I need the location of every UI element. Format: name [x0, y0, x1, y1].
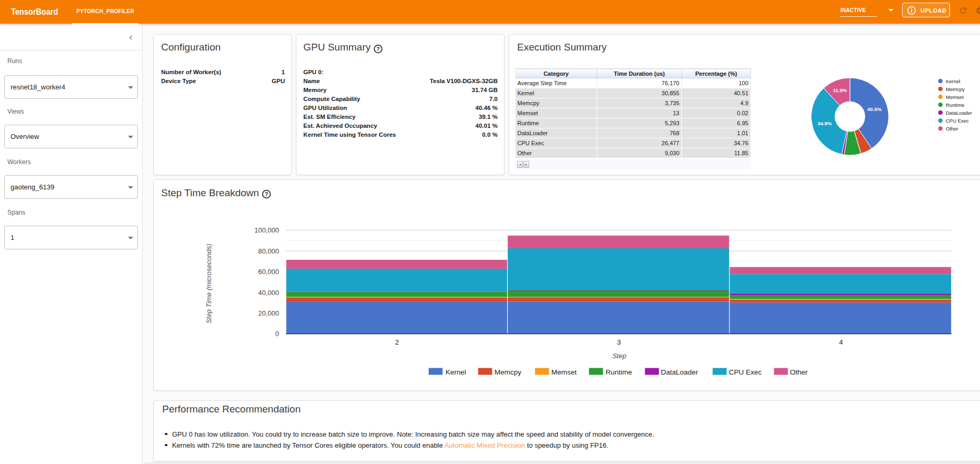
svg-text:?: ? [265, 191, 268, 197]
svg-text:CPU Exec: CPU Exec [946, 118, 969, 124]
svg-text:Step: Step [612, 352, 627, 360]
svg-text:?: ? [377, 46, 380, 52]
svg-text:4: 4 [839, 338, 843, 346]
svg-text:Memset: Memset [551, 368, 577, 376]
svg-text:Memcpy: Memcpy [946, 86, 965, 92]
svg-text:Kernel: Kernel [946, 78, 960, 84]
svg-text:60,000: 60,000 [258, 268, 279, 276]
svg-text:34.8%: 34.8% [817, 120, 832, 126]
svg-text:Kernel: Kernel [446, 368, 466, 376]
svg-text:Memcpy: Memcpy [494, 368, 521, 376]
svg-text:40,000: 40,000 [258, 289, 279, 297]
svg-text:DataLoader: DataLoader [946, 110, 972, 116]
svg-text:Other: Other [946, 126, 958, 132]
svg-text:Runtime: Runtime [606, 368, 632, 376]
svg-text:Runtime: Runtime [946, 102, 964, 108]
svg-text:80,000: 80,000 [258, 247, 279, 255]
svg-text:100,000: 100,000 [254, 226, 279, 234]
svg-text:3: 3 [617, 338, 621, 346]
svg-text:Step Time (microseconds): Step Time (microseconds) [205, 244, 213, 324]
svg-text:CPU Exec: CPU Exec [729, 368, 762, 376]
svg-text:11.9%: 11.9% [833, 87, 847, 93]
svg-text:DataLoader: DataLoader [661, 368, 698, 376]
svg-text:Memset: Memset [946, 94, 964, 100]
svg-text:0: 0 [275, 330, 279, 338]
svg-text:40.5%: 40.5% [867, 106, 882, 112]
svg-text:Other: Other [790, 368, 808, 376]
svg-text:2: 2 [395, 338, 399, 346]
svg-text:20,000: 20,000 [258, 309, 279, 317]
